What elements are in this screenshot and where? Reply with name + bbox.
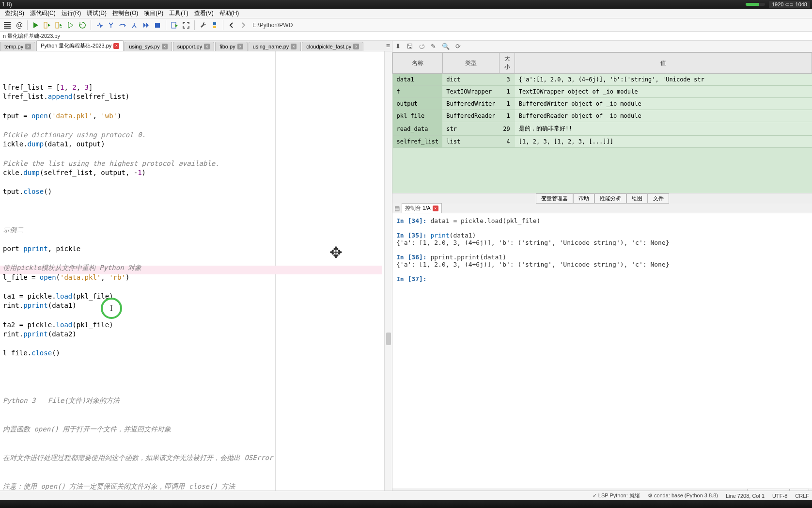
var-cell-type: dict xyxy=(442,74,499,86)
debug-step-icon[interactable] xyxy=(94,20,105,31)
tab-profiler[interactable]: 性能分析 xyxy=(594,193,626,204)
python-icon[interactable] xyxy=(209,20,220,31)
var-cell-type: list xyxy=(442,136,499,148)
close-icon[interactable]: × xyxy=(433,206,438,211)
wrench-icon[interactable] xyxy=(198,20,208,31)
variable-explorer[interactable]: 名称 类型 大小 值 data1dict3{'a':[1, 2.0, 3, (4… xyxy=(392,52,812,193)
var-cell-name: output xyxy=(393,98,443,110)
code-editor[interactable]: lfref_list = [1, 2, 3]lfref_list.append(… xyxy=(0,51,392,498)
step-into-icon[interactable] xyxy=(106,20,116,31)
step-over-icon[interactable] xyxy=(117,20,128,31)
debug-file-icon[interactable] xyxy=(169,20,180,31)
right-pane-tabs: 变量管理器 帮助 性能分析 绘图 文件 xyxy=(392,193,812,204)
maximize-icon[interactable] xyxy=(181,20,191,31)
console-tab-1[interactable]: 控制台 1/A × xyxy=(402,203,442,213)
tabs-menu-icon[interactable]: ≡ xyxy=(386,42,390,49)
breadcrumb-file: n 量化编程基础-2023.py xyxy=(3,32,60,40)
tab-plots[interactable]: 绘图 xyxy=(626,193,648,204)
tab-var-explorer[interactable]: 变量管理器 xyxy=(536,193,573,204)
editor-tab-2[interactable]: using_sys.py× xyxy=(125,42,172,51)
right-pane: ⬇ 🖫 ⭯ ✎ 🔍 ⟳ 名称 类型 大小 值 data1dict3{'a':[1… xyxy=(392,41,812,498)
stop-icon[interactable] xyxy=(152,20,163,31)
menu-find[interactable]: 查找(S) xyxy=(2,9,27,17)
rerun-icon[interactable] xyxy=(77,20,88,31)
search-icon[interactable]: 🔍 xyxy=(442,43,450,50)
menu-run[interactable]: 运行(R) xyxy=(59,9,84,17)
close-icon[interactable]: × xyxy=(25,44,31,49)
var-cell-value: BufferedReader object of _io module xyxy=(515,110,812,122)
back-icon[interactable] xyxy=(226,20,237,31)
var-row[interactable]: fTextIOWrapper1TextIOWrapper object of _… xyxy=(393,86,812,98)
editor-tab-4[interactable]: fibo.py× xyxy=(215,42,247,51)
var-cell-value: 是的，的确非常好!! xyxy=(515,122,812,136)
click-indicator xyxy=(101,298,122,319)
run-cell-icon[interactable] xyxy=(42,20,53,31)
var-cell-name: selfref_list xyxy=(393,136,443,148)
progress-indicator xyxy=(746,3,765,6)
editor-tab-3[interactable]: support.py× xyxy=(173,42,214,51)
close-icon[interactable]: × xyxy=(353,44,359,49)
var-cell-name: read_data xyxy=(393,122,443,136)
os-taskbar xyxy=(0,500,812,508)
var-cell-value: [1, 2, 3, [1, 2, 3, [...]]] xyxy=(515,136,812,148)
outline-icon[interactable] xyxy=(2,20,13,31)
status-eol: CRLF xyxy=(795,493,809,499)
refresh-icon[interactable]: ⟳ xyxy=(455,43,461,50)
menu-debug[interactable]: 调试(D) xyxy=(84,9,109,17)
editor-tab-0[interactable]: temp.py× xyxy=(0,42,35,51)
tab-help[interactable]: 帮助 xyxy=(573,193,594,204)
var-cell-value: {'a':[1, 2.0, 3, (4+6j)], 'b':('string',… xyxy=(515,74,812,86)
menu-help[interactable]: 帮助(H) xyxy=(217,9,242,17)
var-cell-size: 1 xyxy=(499,98,515,110)
menu-view[interactable]: 查看(V) xyxy=(191,9,217,17)
col-size[interactable]: 大小 xyxy=(499,53,515,74)
status-conda: ⚙ conda: base (Python 3.8.8) xyxy=(648,492,718,499)
forward-icon[interactable] xyxy=(238,20,249,31)
resolution-badge: 1920 ⊂⊃ 1048 xyxy=(769,1,810,8)
edit-icon[interactable]: ✎ xyxy=(431,43,436,50)
step-out-icon[interactable] xyxy=(129,20,140,31)
close-icon[interactable]: × xyxy=(162,44,168,49)
var-cell-type: BufferedWriter xyxy=(442,98,499,110)
clear-icon[interactable]: ⭯ xyxy=(419,43,425,50)
working-dir[interactable]: E:\Python\PWD xyxy=(252,22,293,29)
save-icon[interactable]: ⬇ xyxy=(395,43,401,50)
svg-text:@: @ xyxy=(16,21,23,29)
save-as-icon[interactable]: 🖫 xyxy=(406,43,413,50)
close-icon[interactable]: × xyxy=(204,44,210,49)
close-icon[interactable]: × xyxy=(113,43,119,49)
var-row[interactable]: read_datastr29是的，的确非常好!! xyxy=(393,122,812,136)
var-row[interactable]: data1dict3{'a':[1, 2.0, 3, (4+6j)], 'b':… xyxy=(393,74,812,86)
editor-tab-1[interactable]: Python 量化编程基础-2023.py× xyxy=(36,40,124,51)
menu-source[interactable]: 源代码(C) xyxy=(27,9,59,17)
menu-project[interactable]: 项目(P) xyxy=(141,9,166,17)
tab-label: cloudpickle_fast.py xyxy=(306,44,351,49)
var-row[interactable]: pkl_fileBufferedReader1BufferedReader ob… xyxy=(393,110,812,122)
menu-console[interactable]: 控制台(O) xyxy=(109,9,141,17)
var-cell-size: 29 xyxy=(499,122,515,136)
col-value[interactable]: 值 xyxy=(515,53,812,74)
console-menu-icon[interactable]: ▤ xyxy=(394,205,400,212)
close-icon[interactable]: × xyxy=(291,44,297,49)
editor-tab-6[interactable]: cloudpickle_fast.py× xyxy=(302,42,363,51)
at-icon[interactable]: @ xyxy=(14,20,24,31)
var-cell-name: pkl_file xyxy=(393,110,443,122)
col-name[interactable]: 名称 xyxy=(393,53,443,74)
var-cell-value: TextIOWrapper object of _io module xyxy=(515,86,812,98)
ipython-console[interactable]: In [34]: data1 = pickle.load(pkl_file) I… xyxy=(392,213,812,489)
run-cell-advance-icon[interactable] xyxy=(54,20,64,31)
move-cursor-icon: ✥ xyxy=(329,243,343,262)
status-lsp: ✓ LSP Python: 就绪 xyxy=(593,492,640,499)
run-selection-icon[interactable] xyxy=(65,20,76,31)
continue-icon[interactable] xyxy=(141,20,151,31)
var-row[interactable]: selfref_listlist4[1, 2, 3, [1, 2, 3, [..… xyxy=(393,136,812,148)
run-icon[interactable] xyxy=(31,20,41,31)
editor-tabs: temp.py×Python 量化编程基础-2023.py×using_sys.… xyxy=(0,41,392,51)
tab-files[interactable]: 文件 xyxy=(648,193,669,204)
var-cell-size: 1 xyxy=(499,86,515,98)
close-icon[interactable]: × xyxy=(237,44,243,49)
col-type[interactable]: 类型 xyxy=(442,53,499,74)
menu-tools[interactable]: 工具(T) xyxy=(166,9,191,17)
editor-tab-5[interactable]: using_name.py× xyxy=(249,42,301,51)
var-row[interactable]: outputBufferedWriter1BufferedWriter obje… xyxy=(393,98,812,110)
